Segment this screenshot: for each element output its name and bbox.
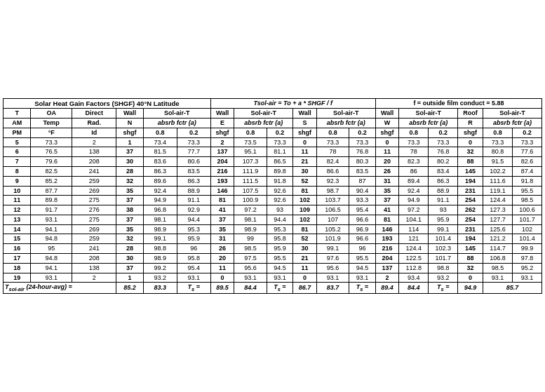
table-cell: 97.5	[234, 254, 267, 264]
table-cell: 119.1	[483, 186, 512, 196]
table-cell: 28	[116, 166, 143, 176]
table-cell: 73.3	[267, 137, 293, 147]
h-n: N	[116, 118, 143, 128]
bot-s2: 83.7	[316, 283, 349, 294]
table-cell: 98.1	[234, 215, 267, 224]
h-solairT-s: Sol-air-T	[316, 109, 375, 119]
table-cell: 77.7	[177, 147, 210, 157]
table-title: Solar Heat Gain Factors (SHGF) 40°N Lati…	[4, 98, 211, 108]
table-cell: 80.6	[177, 157, 210, 167]
title-row: Solar Heat Gain Factors (SHGF) 40°N Lati…	[4, 98, 542, 108]
h-degF: °F	[31, 128, 72, 137]
table-cell: 95.9	[177, 234, 210, 244]
table-cell: 92.4	[399, 186, 429, 196]
table-cell: 76.8	[429, 147, 458, 157]
h-shgf-n: shgf	[116, 128, 143, 137]
table-cell: 276	[72, 205, 116, 215]
table-cell: 98.8	[429, 263, 458, 273]
bottom-label: Tsol-air (24-hour-avg) =	[4, 283, 116, 294]
table-cell: 41	[210, 205, 234, 215]
table-cell: 262	[458, 205, 483, 215]
table-cell: 145	[458, 244, 483, 254]
table-cell: 93.1	[316, 273, 349, 283]
table-cell: 114.7	[483, 244, 512, 254]
table-cell: 81.1	[267, 147, 293, 157]
table-cell: 16	[4, 244, 31, 254]
table-cell: 20	[210, 254, 234, 264]
table-cell: 95.5	[267, 254, 293, 264]
table-cell: 269	[72, 186, 116, 196]
table-cell: 94.8	[31, 234, 72, 244]
table-cell: 98.5	[234, 244, 267, 254]
table-cell: 41	[375, 205, 399, 215]
table-cell: 93.1	[177, 273, 210, 283]
table-cell: 35	[116, 224, 143, 234]
bot-r2: 85.7	[483, 283, 541, 294]
table-cell: 28	[116, 244, 143, 254]
table-cell: 98.9	[143, 224, 177, 234]
table-cell: 93.1	[31, 273, 72, 283]
table-cell: 93.1	[267, 273, 293, 283]
table-cell: 80.2	[429, 157, 458, 167]
table-cell: 111.5	[234, 176, 267, 186]
table-row: 1594.82593299.195.9319995.852101.996.619…	[4, 234, 542, 244]
h-08-w: 0.8	[399, 128, 429, 137]
table-cell: 83.5	[177, 166, 210, 176]
table-cell: 122.5	[399, 254, 429, 264]
table-body: 573.32173.473.3273.573.3073.373.3073.373…	[4, 137, 542, 283]
table-cell: 94.9	[399, 196, 429, 205]
h-shgf-e: shgf	[210, 128, 234, 137]
table-cell: 92.3	[316, 176, 349, 186]
h-r: R	[458, 118, 483, 128]
h-direct: Direct	[72, 109, 116, 119]
table-row: 1894.11383799.295.41195.694.51195.694.51…	[4, 263, 542, 273]
table-row: 779.62083083.680.6204107.386.52182.480.3…	[4, 157, 542, 167]
table-cell: 98.8	[143, 244, 177, 254]
table-cell: 81	[293, 186, 317, 196]
table-cell: 103.7	[316, 196, 349, 205]
table-cell: 31	[210, 234, 234, 244]
table-cell: 99.1	[429, 224, 458, 234]
table-cell: 32	[116, 234, 143, 244]
table-cell: 111.6	[483, 176, 512, 186]
table-cell: 97.6	[316, 254, 349, 264]
table-cell: 11	[375, 147, 399, 157]
table-cell: 35	[116, 186, 143, 196]
table-row: 1494.12693598.995.33598.995.381105.296.9…	[4, 224, 542, 234]
table-cell: 90.4	[349, 186, 376, 196]
h-shgf-s: shgf	[293, 128, 317, 137]
table-cell: 0	[458, 137, 483, 147]
table-cell: 1	[116, 273, 143, 283]
table-cell: 35	[375, 186, 399, 196]
table-cell: 6	[4, 147, 31, 157]
table-cell: 73.3	[399, 137, 429, 147]
table-cell: 94.1	[31, 263, 72, 273]
table-cell: 95.8	[177, 254, 210, 264]
table-cell: 95.3	[267, 224, 293, 234]
table-cell: 101.4	[429, 234, 458, 244]
h-solairT-e: Sol-air-T	[234, 109, 293, 119]
table-cell: 107.3	[234, 157, 267, 167]
table-cell: 83.5	[349, 166, 376, 176]
table-cell: 98.5	[483, 263, 512, 273]
table-cell: 95.3	[177, 224, 210, 234]
table-cell: 21	[293, 157, 317, 167]
table-cell: 146	[210, 186, 234, 196]
table-cell: 88.9	[177, 186, 210, 196]
table-cell: 95.4	[177, 263, 210, 273]
table-cell: 80.8	[483, 147, 512, 157]
table-cell: 85.2	[31, 176, 72, 186]
table-cell: 127.7	[483, 215, 512, 224]
f-value-cell: f = outside film conduct = 5.88	[375, 98, 541, 108]
table-cell: 19	[4, 273, 31, 283]
table-cell: 37	[116, 196, 143, 205]
table-cell: 96.6	[349, 234, 376, 244]
table-cell: 88	[458, 254, 483, 264]
table-cell: 91.1	[177, 196, 210, 205]
table-cell: 93.2	[429, 273, 458, 283]
table-cell: 89.8	[267, 166, 293, 176]
table-cell: 7	[4, 157, 31, 167]
h-08-e: 0.8	[234, 128, 267, 137]
h-absrb-w: absrb fctr (a)	[399, 118, 458, 128]
table-cell: 121.2	[483, 234, 512, 244]
